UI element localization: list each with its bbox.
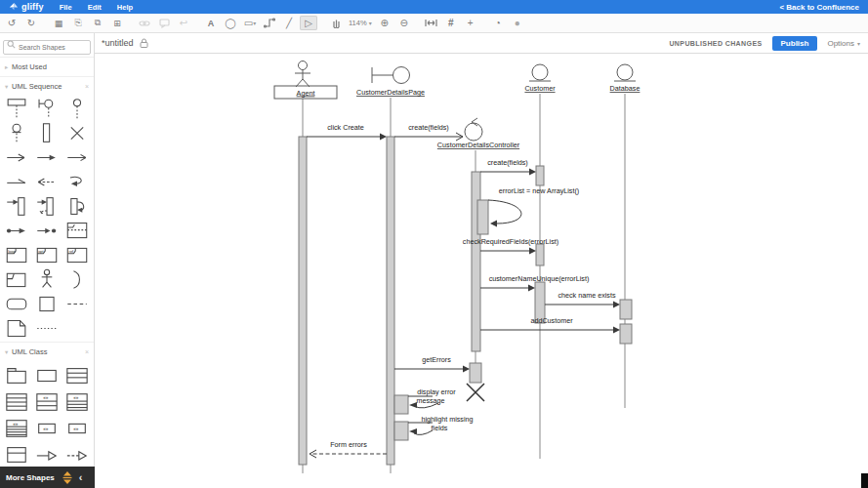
message-add-customer[interactable]: addCustomer — [480, 316, 620, 334]
actor-agent[interactable]: Agent — [274, 61, 337, 100]
menu-file[interactable]: File — [60, 3, 72, 12]
shape-stereotype-striped[interactable]: «» — [2, 415, 32, 441]
publish-button[interactable]: Publish — [772, 36, 818, 51]
message-label[interactable]: check name exists — [558, 291, 616, 300]
shape-found-message[interactable] — [2, 219, 32, 243]
shape-destroy-x[interactable] — [62, 121, 92, 145]
section-uml-class[interactable]: ▾ UML Class × — [0, 342, 94, 361]
shape-tool-icon[interactable]: ▭▾ — [241, 16, 259, 30]
shape-lifeline-box[interactable] — [2, 97, 32, 121]
section-most-used[interactable]: ▸ Most Used — [0, 57, 94, 76]
collapse-sidebar-icon[interactable]: ‹ — [79, 472, 83, 482]
sequence-diagram[interactable]: Agent CustomerDetailsPage Customer Datab… — [95, 54, 868, 488]
shape-realization-arrow[interactable] — [62, 441, 92, 467]
shape-stereotype-small-2[interactable]: «» — [62, 415, 92, 441]
destroy-controller-x[interactable] — [467, 384, 484, 401]
format-painter-icon[interactable]: ↩ — [175, 16, 192, 30]
zoom-level-control[interactable]: 114% ▾ — [346, 19, 375, 27]
actor-customer[interactable]: Customer — [524, 64, 556, 93]
options-menu[interactable]: Options ▾ — [827, 39, 860, 48]
shape-dashed-line[interactable] — [62, 292, 92, 316]
shape-square[interactable] — [32, 292, 62, 316]
shape-lifeline-control[interactable] — [62, 97, 92, 121]
activation-customer-check[interactable] — [536, 244, 544, 265]
message-label[interactable]: highlight missing — [421, 415, 473, 424]
text-tool-icon[interactable]: A — [202, 16, 220, 30]
message-label[interactable]: customerNameUnique(errorList) — [489, 274, 590, 283]
link-icon[interactable] — [136, 16, 153, 30]
activation-page[interactable] — [387, 137, 394, 465]
shape-message-filled-arrow[interactable] — [32, 145, 62, 170]
shape-class-2compartment[interactable] — [2, 441, 32, 467]
message-create-fields-customer[interactable]: create(fields) — [480, 158, 536, 176]
menu-help[interactable]: Help — [117, 3, 133, 12]
activation-agent[interactable] — [299, 137, 307, 465]
actor-database-label[interactable]: Database — [610, 84, 641, 93]
zoom-in-icon[interactable]: ⊕ — [376, 16, 393, 30]
clone-icon[interactable]: ⊞ — [108, 16, 126, 30]
activation-database-check[interactable] — [620, 300, 632, 319]
activation-customer-create[interactable] — [536, 166, 544, 185]
redo-icon[interactable]: ↻ — [22, 16, 40, 30]
duplicate-icon[interactable]: ⧉ — [89, 16, 106, 30]
message-form-errors[interactable]: Form errors — [310, 440, 387, 458]
shape-class-simple[interactable] — [32, 362, 62, 388]
actor-customer-label[interactable]: Customer — [524, 84, 556, 93]
theme-icon[interactable]: ◔ — [489, 16, 507, 30]
message-highlight-missing[interactable]: highlight missing fields — [408, 415, 474, 434]
lock-icon[interactable] — [140, 38, 148, 48]
activation-page-highlight[interactable] — [394, 422, 408, 440]
ellipse-tool-icon[interactable]: ◯ — [222, 16, 239, 30]
actor-agent-label[interactable]: Agent — [297, 89, 315, 98]
copy-icon[interactable]: ⎘ — [69, 16, 87, 30]
message-create-fields-controller[interactable]: create(fields) — [394, 123, 463, 141]
activation-page-display[interactable] — [394, 395, 408, 414]
shape-activation-self[interactable] — [62, 194, 92, 219]
actor-page-label[interactable]: CustomerDetailsPage — [356, 88, 425, 97]
search-input[interactable] — [3, 40, 91, 55]
shape-activation-incoming[interactable] — [2, 194, 32, 219]
close-icon[interactable]: × — [85, 83, 89, 90]
actor-controller-label[interactable]: CustomerDetailsController — [437, 141, 520, 149]
message-check-name-exists[interactable]: check name exists — [545, 291, 620, 308]
message-label[interactable]: click Create — [327, 123, 364, 132]
diagram-canvas[interactable]: Agent CustomerDetailsPage Customer Datab… — [95, 54, 868, 488]
split-panel-icon[interactable] — [62, 471, 72, 484]
message-click-create[interactable]: click Create — [307, 123, 387, 141]
message-label[interactable]: fields — [432, 424, 448, 432]
message-label[interactable]: create(fields) — [487, 158, 528, 167]
shape-generalization-arrow[interactable] — [32, 441, 62, 467]
image-icon[interactable]: ▦ — [50, 16, 67, 30]
shape-message-async-arrow[interactable] — [62, 145, 92, 170]
actor-customer-details-controller[interactable]: CustomerDetailsController — [437, 118, 520, 149]
shape-loop-frame[interactable]: loop — [2, 243, 32, 267]
shape-message-half-arrow[interactable] — [2, 170, 32, 194]
shape-rounded-rect[interactable] — [2, 292, 32, 316]
shape-class-3compartment[interactable] — [62, 362, 92, 388]
activation-controller-geterrors[interactable] — [470, 363, 481, 383]
shape-note[interactable] — [2, 316, 32, 341]
fit-to-screen-icon[interactable] — [423, 16, 440, 30]
message-get-errors[interactable]: getErrors — [394, 355, 470, 373]
grid-icon[interactable]: # — [442, 16, 460, 30]
connector-tool-icon[interactable] — [261, 16, 278, 30]
back-to-confluence-link[interactable]: < Back to Confluence — [779, 3, 859, 12]
message-label[interactable]: addCustomer — [530, 316, 573, 325]
pointer-tool-icon[interactable]: ▷ — [300, 16, 317, 30]
message-error-list[interactable]: errorList = new ArrayList() — [488, 186, 579, 227]
message-label[interactable]: checkRequiredFields(errorList) — [463, 237, 558, 246]
shape-self-message[interactable] — [62, 170, 92, 194]
gliffy-logo[interactable]: gliffy — [8, 2, 44, 13]
shape-frame-divider[interactable] — [62, 219, 92, 243]
zoom-out-icon[interactable]: ⊖ — [395, 16, 413, 30]
shape-continuation[interactable] — [62, 267, 92, 292]
message-label[interactable]: message — [416, 396, 444, 405]
activation-controller-nested[interactable] — [477, 200, 488, 234]
message-display-error[interactable]: display error message — [408, 387, 456, 408]
activation-database-add[interactable] — [620, 324, 632, 344]
shape-opt-frame[interactable]: opt — [32, 243, 62, 267]
message-label[interactable]: Form errors — [330, 440, 367, 449]
shape-lost-message[interactable] — [32, 219, 62, 243]
pan-tool-icon[interactable] — [327, 16, 345, 30]
shape-lifeline-entity[interactable] — [2, 121, 32, 145]
